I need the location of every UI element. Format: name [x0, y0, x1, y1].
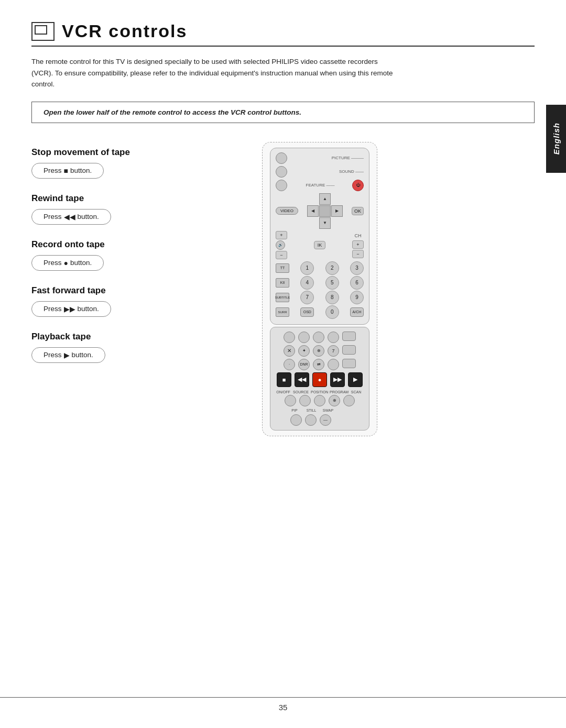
ik-btn[interactable]: IK	[314, 241, 325, 249]
num-9-btn[interactable]: 9	[350, 291, 364, 304]
ch-up-btn[interactable]: +	[352, 240, 364, 249]
num-7-btn[interactable]: 7	[300, 291, 314, 304]
scan-label: SCAN	[349, 390, 364, 394]
vcr-dot-btn[interactable]: ·	[284, 359, 295, 370]
vcr-small-row-3: · DNR ⇄	[276, 359, 364, 370]
picture-row: PICTURE ———	[276, 152, 364, 164]
vcr-extra-3[interactable]	[313, 332, 324, 343]
button-label: button.	[70, 167, 92, 174]
button-label-3: button.	[70, 259, 92, 267]
vcr-extra-7[interactable]	[342, 359, 356, 368]
rewind-icon: ◀◀	[64, 213, 75, 221]
instruction-pill-stop: Press ■ button.	[31, 163, 104, 179]
source-label: SOURCE	[293, 390, 309, 394]
source-btn[interactable]	[299, 395, 311, 406]
ch-label: CH	[352, 232, 364, 239]
vcr-extra-5[interactable]	[342, 332, 356, 341]
still-btn[interactable]	[305, 414, 317, 426]
feature-btn[interactable]	[276, 180, 287, 191]
vcr-star-btn[interactable]: ✦	[298, 345, 310, 357]
video-btn[interactable]: VIDEO	[276, 207, 298, 215]
onoff-btn[interactable]	[285, 395, 296, 406]
mute-center: IK	[314, 241, 325, 249]
vcr-extra-1[interactable]	[284, 332, 295, 343]
page-number: 35	[279, 703, 288, 712]
button-label-5: button.	[72, 351, 93, 359]
vcr-small-row-2: ✕ ✦ ⊕ 7	[276, 345, 364, 357]
right-btn[interactable]: ▶	[331, 205, 343, 217]
instructions-column: Stop movement of tape Press ■ button. Re…	[31, 142, 231, 378]
language-tab: English	[546, 105, 566, 173]
position-btn[interactable]	[314, 395, 325, 406]
num-2-btn[interactable]: 2	[325, 261, 339, 275]
picture-btn[interactable]	[276, 152, 287, 164]
page-container: English VCR controls The remote control …	[0, 0, 566, 728]
power-btn[interactable]: ⏻	[352, 180, 364, 191]
pip-btn-row: —	[276, 414, 364, 426]
vcr-extra-4[interactable]	[328, 332, 339, 343]
teletext-btn[interactable]: TT	[276, 263, 289, 273]
num-3-btn[interactable]: 3	[350, 261, 364, 275]
down-btn[interactable]: ▼	[319, 217, 331, 229]
still-label: STILL	[304, 409, 319, 412]
num-row-3: SUBTITLE 7 8 9	[276, 291, 364, 304]
swap-btn2[interactable]: —	[320, 414, 331, 426]
swap-label: SWAP	[321, 409, 335, 412]
osd-btn[interactable]: OSD	[300, 307, 314, 317]
press-label-3: Press	[43, 259, 62, 267]
record-btn[interactable]: ●	[312, 372, 327, 387]
rewind-btn[interactable]: ◀◀	[295, 372, 309, 387]
vcr-extra-2[interactable]	[298, 332, 310, 343]
info-box: Open the lower half of the remote contro…	[31, 102, 535, 123]
vcr-circle-btn[interactable]: ⊕	[313, 345, 324, 357]
vcr-7-btn[interactable]: 7	[328, 345, 339, 357]
vcr-small-row-1	[276, 332, 364, 343]
vcr-blank-btn[interactable]	[328, 359, 339, 370]
ok-btn[interactable]: OK	[352, 207, 364, 215]
sound-label: SOUND ——	[339, 169, 364, 174]
pip-btn[interactable]	[290, 414, 302, 426]
ch-down-btn[interactable]: −	[352, 250, 364, 258]
vcr-dnr-btn[interactable]: DNR	[298, 359, 310, 370]
remote-top-half: PICTURE ——— SOUND —— FEATURE —— ⏻	[270, 148, 369, 325]
left-btn[interactable]: ◀	[307, 205, 319, 217]
instruction-title-play: Playback tape	[31, 332, 231, 342]
vcr-extra-6[interactable]	[342, 345, 356, 355]
vcr-x-btn[interactable]: ✕	[284, 345, 295, 357]
num-0-btn[interactable]: 0	[325, 305, 339, 319]
vcr-swap-btn[interactable]: ⇄	[313, 359, 324, 370]
center-btn[interactable]	[319, 205, 331, 217]
surround-btn[interactable]: SURR	[276, 307, 289, 317]
feature-row: FEATURE —— ⏻	[276, 180, 364, 191]
remote-column: PICTURE ——— SOUND —— FEATURE —— ⏻	[252, 142, 388, 436]
ach-btn[interactable]: A/CH	[350, 307, 364, 317]
vol-down-btn[interactable]: −	[276, 251, 287, 259]
vcr-label-row-1: ON/OFF SOURCE POSITION PROGRAM SCAN	[276, 390, 364, 394]
program-label: PROGRAM	[330, 390, 346, 394]
num-4-btn[interactable]: 4	[300, 276, 314, 290]
scan-btn[interactable]	[343, 395, 355, 406]
subtitle-btn[interactable]: SUBTITLE	[276, 293, 289, 302]
kii-btn[interactable]: KII	[276, 278, 289, 288]
num-5-btn[interactable]: 5	[325, 276, 339, 290]
press-label-5: Press	[43, 351, 62, 359]
up-btn[interactable]: ▲	[319, 193, 331, 205]
pip-label-row: PIP STILL SWAP	[276, 409, 364, 412]
press-label-4: Press	[43, 305, 62, 313]
instruction-title-stop: Stop movement of tape	[31, 147, 231, 158]
program-btn[interactable]: ⊕	[329, 395, 340, 406]
instruction-record: Record onto tape Press ● button.	[31, 239, 231, 271]
num-1-btn[interactable]: 1	[300, 261, 314, 275]
num-6-btn[interactable]: 6	[350, 276, 364, 290]
picture-label: PICTURE ———	[332, 156, 364, 160]
sound-btn[interactable]	[276, 166, 287, 178]
num-8-btn[interactable]: 8	[325, 291, 339, 304]
ffwd-btn[interactable]: ▶▶	[330, 372, 345, 387]
vol-up-btn[interactable]: +	[276, 231, 287, 239]
instruction-rewind: Rewind tape Press ◀◀ button.	[31, 193, 231, 225]
stop-btn[interactable]: ■	[277, 372, 291, 387]
play-btn[interactable]: ▶	[348, 372, 363, 387]
remote-bottom-half: ✕ ✦ ⊕ 7 · DNR ⇄	[270, 327, 369, 431]
mute-btn[interactable]: 🔊	[276, 240, 285, 250]
vcr-icon	[31, 22, 55, 41]
